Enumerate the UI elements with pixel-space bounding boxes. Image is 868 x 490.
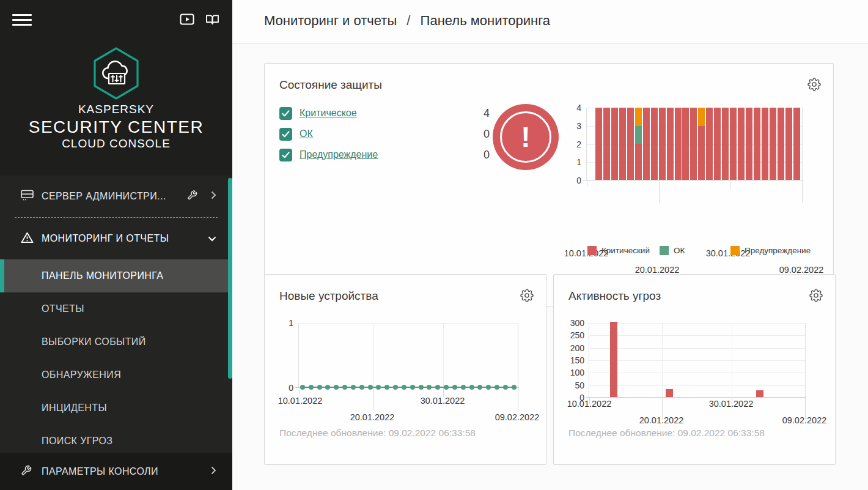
main-area: Мониторинг и отчеты / Панель мониторинга…	[232, 0, 868, 490]
sidebar-scrollbar[interactable]	[228, 178, 232, 379]
status-row-warning: Предупреждение 0	[279, 147, 378, 163]
threat-bar	[756, 390, 763, 397]
card-protection-status: Состояние защиты Критическое 4 ОК 0	[264, 63, 834, 306]
sidebar-item-label: ИНЦИДЕНТЫ	[42, 403, 107, 414]
line-marker	[495, 385, 499, 390]
gear-icon[interactable]	[807, 78, 821, 91]
last-update-text: Последнее обновление: 09.02.2022 06:33:5…	[279, 428, 476, 439]
sidebar-nav: СЕРВЕР АДМИНИСТРИ... МОНИТОРИНГ И ОТЧЕТЫ	[0, 176, 232, 453]
check-icon	[282, 131, 290, 138]
legend-item-warning: Предупреждение	[730, 246, 811, 255]
line-marker	[376, 385, 381, 390]
sidebar-item-dashboard[interactable]: ПАНЕЛЬ МОНИТОРИНГА	[0, 259, 232, 292]
protection-bar	[722, 108, 729, 180]
breadcrumb-monitoring[interactable]: Мониторинг и отчеты	[264, 13, 397, 28]
kaspersky-logo-icon	[92, 46, 140, 103]
line-marker	[512, 385, 517, 390]
wrench-icon[interactable]	[187, 190, 197, 203]
status-row-critical: Критическое 4	[279, 105, 357, 121]
checkbox-warning[interactable]	[279, 149, 292, 161]
y-tick: 0	[567, 176, 581, 185]
status-link-warning[interactable]: Предупреждение	[300, 149, 378, 160]
x-tick: 30.01.2022	[703, 399, 759, 409]
sidebar-item-label: ПАРАМЕТРЫ КОНСОЛИ	[42, 466, 158, 477]
protection-bar	[770, 108, 776, 180]
legend-label: Критический	[601, 246, 650, 255]
protection-bar	[762, 108, 768, 180]
line-marker	[469, 385, 474, 390]
x-tick: 20.01.2022	[633, 415, 690, 425]
page-header: Мониторинг и отчеты / Панель мониторинга	[232, 0, 868, 43]
new-devices-chart	[298, 323, 518, 388]
y-tick: 50	[560, 380, 584, 390]
protection-bar	[714, 108, 721, 180]
video-tutorial-button[interactable]	[180, 13, 194, 28]
status-value-critical: 4	[484, 107, 490, 120]
protection-bar	[611, 108, 618, 180]
protection-bar	[667, 108, 674, 180]
legend-label: ОК	[674, 246, 685, 255]
y-tick: 200	[560, 343, 584, 353]
sidebar-item-incidents[interactable]: ИНЦИДЕНТЫ	[0, 392, 232, 425]
stacked-bars	[595, 108, 800, 180]
line-marker	[477, 385, 482, 390]
sidebar-item-label: СЕРВЕР АДМИНИСТРИ...	[42, 191, 166, 202]
protection-bar	[627, 108, 634, 180]
line-marker	[461, 385, 466, 390]
line-marker	[444, 385, 449, 390]
protection-bar	[690, 108, 697, 180]
protection-bar	[675, 108, 682, 180]
line-marker	[300, 385, 305, 390]
sidebar-item-event-selections[interactable]: ВЫБОРКИ СОБЫТИЙ	[0, 325, 232, 358]
line-marker	[410, 385, 415, 390]
line-marker	[359, 385, 364, 390]
sidebar-item-label: ОБНАРУЖЕНИЯ	[42, 369, 121, 380]
sidebar-item-monitoring-reports[interactable]: МОНИТОРИНГ И ОТЧЕТЫ	[0, 218, 232, 259]
x-tick: 09.02.2022	[773, 265, 829, 275]
x-tick: 20.01.2022	[344, 412, 400, 422]
video-play-icon	[180, 13, 194, 25]
card-new-devices: Новые устройства 1 0 10.01.2022 20.01.20…	[264, 274, 546, 465]
protection-bar	[754, 108, 760, 180]
chevron-right-icon	[211, 466, 216, 477]
y-tick: 150	[560, 355, 584, 365]
breadcrumb-dashboard: Панель мониторинга	[421, 13, 550, 28]
sidebar-item-console-settings[interactable]: ПАРАМЕТРЫ КОНСОЛИ	[0, 453, 232, 490]
bars	[589, 323, 805, 398]
breadcrumb-separator: /	[406, 13, 410, 28]
y-tick: 0	[280, 383, 293, 393]
status-link-ok[interactable]: ОК	[300, 128, 313, 139]
protection-bar	[659, 108, 666, 180]
protection-bar	[635, 108, 642, 180]
sidebar-item-label: ПАНЕЛЬ МОНИТОРИНГА	[42, 270, 163, 281]
checkbox-critical[interactable]	[279, 107, 292, 120]
protection-bar	[738, 108, 745, 180]
sidebar-item-reports[interactable]: ОТЧЕТЫ	[0, 292, 232, 325]
line-marker	[503, 385, 508, 390]
line-marker	[334, 385, 339, 390]
checkbox-ok[interactable]	[279, 128, 292, 141]
y-tick: 300	[560, 318, 584, 328]
menu-hamburger-icon[interactable]	[12, 14, 32, 28]
protection-bar	[682, 108, 689, 180]
legend-swatch	[730, 246, 740, 255]
sidebar-item-administration-server[interactable]: СЕРВЕР АДМИНИСТРИ...	[0, 176, 232, 217]
critical-alert-badge: !	[493, 104, 559, 170]
documentation-button[interactable]	[205, 14, 219, 28]
sidebar-item-detections[interactable]: ОБНАРУЖЕНИЯ	[0, 358, 232, 392]
console-settings-zone: ПАРАМЕТРЫ КОНСОЛИ	[0, 453, 232, 490]
legend-swatch	[660, 246, 669, 255]
protection-status-chart	[586, 108, 803, 180]
protection-bar	[651, 108, 658, 180]
last-update-text: Последнее обновление: 09.02.2022 06:33:5…	[568, 428, 765, 439]
check-icon	[282, 110, 290, 117]
gear-icon[interactable]	[809, 289, 823, 302]
threat-activity-chart	[589, 323, 806, 398]
protection-bar	[785, 108, 792, 180]
status-link-critical[interactable]: Критическое	[300, 108, 357, 119]
line-marker	[384, 385, 389, 390]
sidebar-item-label: ВЫБОРКИ СОБЫТИЙ	[42, 336, 146, 347]
line-marker	[368, 385, 373, 390]
y-tick: 250	[560, 330, 584, 340]
gear-icon[interactable]	[520, 289, 534, 302]
